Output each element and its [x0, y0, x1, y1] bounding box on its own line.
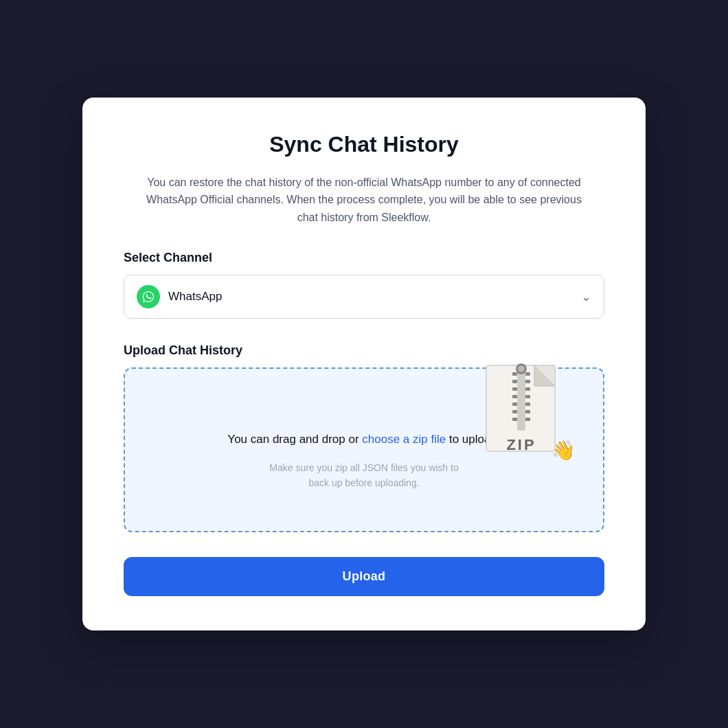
channel-select-dropdown[interactable]: WhatsApp ⌄	[124, 275, 604, 319]
svg-rect-5	[512, 380, 517, 383]
choose-zip-link[interactable]: choose a zip file	[362, 433, 446, 446]
svg-text:ZIP: ZIP	[506, 436, 536, 453]
modal-description: You can restore the chat history of the …	[124, 174, 604, 227]
channel-name: WhatsApp	[168, 290, 222, 304]
svg-rect-7	[512, 395, 517, 398]
svg-rect-3	[517, 369, 525, 431]
modal-title: Sync Chat History	[124, 132, 604, 157]
svg-rect-13	[525, 387, 530, 391]
dropzone-suffix: to upload.	[446, 433, 500, 446]
upload-section-label: Upload Chat History	[124, 343, 604, 358]
svg-rect-4	[512, 372, 517, 376]
select-channel-label: Select Channel	[124, 251, 604, 265]
svg-marker-1	[534, 365, 555, 386]
dropzone-text-area: You can drag and drop or choose a zip fi…	[227, 430, 500, 490]
svg-rect-9	[512, 410, 517, 413]
svg-rect-8	[512, 402, 517, 406]
cursor-hand-icon: 👋	[551, 439, 576, 462]
svg-rect-12	[525, 380, 530, 383]
svg-rect-16	[525, 410, 530, 413]
dropzone-main-text: You can drag and drop or choose a zip fi…	[227, 430, 500, 448]
svg-rect-11	[525, 372, 530, 376]
dropzone-sub-text: Make sure you zip all JSON files you wis…	[227, 460, 500, 491]
svg-point-19	[519, 366, 524, 372]
svg-marker-2	[534, 365, 555, 386]
chevron-down-icon: ⌄	[581, 289, 591, 304]
svg-rect-17	[525, 418, 530, 421]
whatsapp-icon	[137, 285, 160, 308]
svg-rect-15	[525, 402, 530, 406]
svg-point-18	[516, 364, 526, 374]
channel-select-left: WhatsApp	[137, 285, 222, 308]
svg-rect-14	[525, 395, 530, 398]
file-dropzone[interactable]: ZIP 👋 You can drag and drop or choose a …	[124, 367, 604, 532]
upload-button[interactable]: Upload	[124, 557, 604, 596]
dropzone-prefix: You can drag and drop or	[227, 433, 362, 446]
svg-rect-6	[512, 387, 517, 391]
modal: Sync Chat History You can restore the ch…	[82, 98, 646, 631]
svg-rect-10	[512, 418, 517, 421]
